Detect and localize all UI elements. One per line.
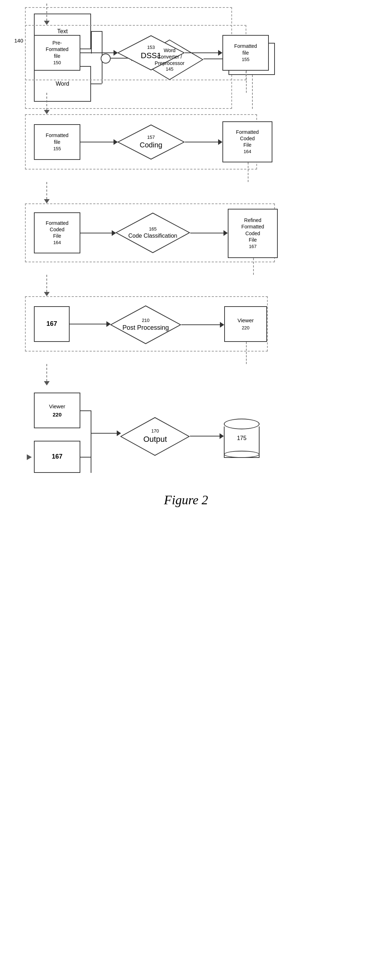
arrow-sec6-in — [91, 433, 117, 434]
diamond-output-num: 170 — [143, 428, 167, 434]
join-line-h1 — [80, 410, 91, 411]
sec4-output-num: 167 — [249, 244, 257, 250]
formatted-coded-box-164: Formatted Coded File 164 — [222, 121, 272, 162]
diamond-dss1-num: 153 — [140, 45, 161, 51]
join-line-v — [91, 410, 91, 473]
diamond-codeclasslabel: Code Classification — [129, 232, 177, 240]
diamond-coding: 157 Coding — [117, 124, 185, 160]
dashed-down-5 — [246, 342, 247, 364]
cylinder-175-label: 175 — [224, 435, 260, 441]
diamond-postproc-num: 210 — [123, 318, 169, 324]
diamond-output-label: Output — [143, 434, 167, 445]
diamond-output: 170 Output — [120, 417, 190, 456]
join-line-h2 — [80, 457, 91, 458]
merge-symbol — [101, 54, 111, 64]
diamond-code-class: 165 Code Classification — [115, 212, 190, 253]
arrow-sec5-out — [181, 325, 220, 325]
dashed-down-3 — [248, 162, 249, 182]
section-5: 167 210 Post Processing Viewer 220 — [14, 296, 358, 364]
arrowhead-sec3-out — [218, 139, 222, 145]
v-arrow-4-5 — [46, 275, 47, 296]
figure-caption: Figure 2 — [14, 493, 358, 508]
formatted-box-155: Formatted file 155 — [222, 35, 269, 71]
v-arrow-1-2 — [46, 3, 47, 25]
formatted-box-155b: Formatted file 155 — [34, 124, 80, 160]
viewer-box-220: Viewer 220 — [224, 306, 267, 342]
triangle-indicator — [27, 454, 32, 460]
arrow-sec4-in — [80, 233, 112, 234]
diamond-post-proc: 210 Post Processing — [110, 305, 181, 344]
sec6-viewer-num: 220 — [53, 411, 61, 418]
refined-box-167: Refined Formatted Coded File 167 — [228, 209, 278, 258]
section-2: Pre- Formatted file 150 153 DSS1 Formatt… — [14, 25, 358, 93]
arrowhead-sec5-out — [220, 322, 224, 328]
arrow-sec2-out — [185, 52, 219, 53]
sec4-input-num: 164 — [53, 240, 61, 246]
formatted-coded-box-164b: Formatted Coded File 164 — [34, 212, 80, 253]
section-4: Formatted Coded File 164 165 Code Classi… — [14, 204, 358, 275]
arrow-sec5-in — [70, 324, 107, 325]
sec3-output-num: 164 — [243, 149, 251, 155]
section-6: Viewer 220 167 170 Output — [14, 385, 358, 478]
arrow-sec3-out — [185, 142, 219, 142]
arrow-sec2-in — [80, 52, 114, 53]
box-167-sec5: 167 — [34, 306, 70, 342]
diamond-dss1-label: DSS1 — [140, 51, 161, 61]
diamond-coding-num: 157 — [140, 135, 162, 141]
sec3-input-num: 155 — [53, 146, 61, 152]
v-arrow-5-6 — [46, 364, 47, 385]
sec5-output-num: 220 — [242, 325, 249, 331]
box-167-sec6: 167 — [34, 441, 80, 473]
pre-formatted-box-2: Pre- Formatted file 150 — [34, 35, 80, 71]
diamond-coding-label: Coding — [140, 140, 162, 150]
arrow-sec4-out — [190, 233, 224, 234]
sec2-input-num: 150 — [53, 60, 61, 66]
v-arrow-2-3 — [46, 93, 47, 114]
arrowhead-sec2-out — [218, 50, 222, 56]
viewer-box-220b: Viewer 220 — [34, 393, 80, 428]
arrow-sec3-in — [80, 142, 114, 142]
arrowhead-sec6-out — [220, 433, 224, 439]
dashed-down-2 — [246, 71, 247, 93]
diamond-145-num: 145 — [155, 66, 184, 72]
dashed-down-4 — [253, 258, 254, 275]
cylinder-175: 175 — [224, 418, 260, 458]
diamond-codeclassnum: 165 — [129, 226, 177, 232]
diamond-postproc-label: Post Processing — [123, 324, 169, 332]
v-arrow-3-4 — [46, 182, 47, 204]
arrowhead-sec4-out — [224, 230, 228, 236]
section-3: Formatted file 155 157 Coding Formatted … — [14, 114, 358, 182]
arrow-sec6-out — [190, 436, 220, 436]
sec2-output-num: 155 — [242, 57, 249, 63]
diagram-container: 140 Text Word — [0, 0, 372, 515]
